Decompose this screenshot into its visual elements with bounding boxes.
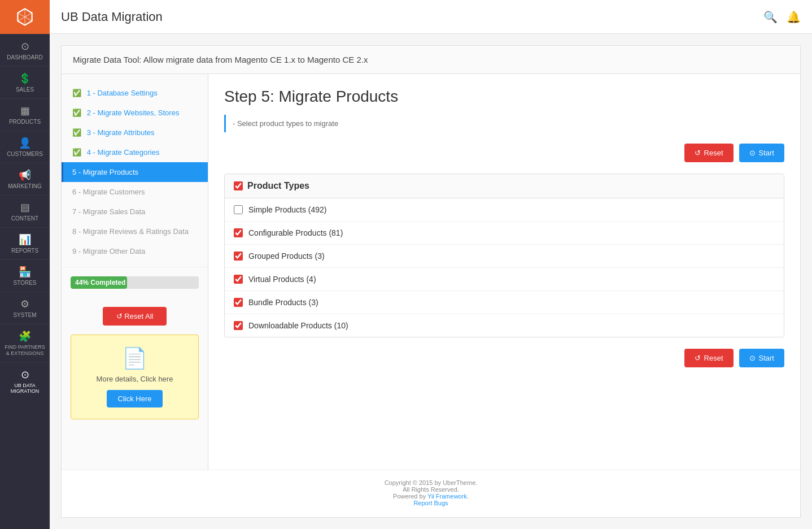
step-item-8[interactable]: 8 - Migrate Reviews & Ratings Data [62,222,208,241]
sidebar-item-label: PRODUCTS [9,119,41,125]
start-icon-bottom: ⊙ [749,354,756,362]
footer-report-bugs-link[interactable]: Report Bugs [413,500,448,506]
find-partners-icon: 🧩 [19,330,31,342]
product-type-row-simple: Simple Products (492) [225,198,784,222]
product-types-header: Product Types [225,174,784,198]
bundle-products-label: Bundle Products (3) [248,298,318,307]
marketing-icon: 📢 [19,169,31,181]
step-item-3[interactable]: ✅ 3 - Migrate Attributes [62,123,208,142]
product-types-header-label: Product Types [247,181,309,191]
step-item-5[interactable]: 5 - Migrate Products [62,162,208,182]
sidebar-logo[interactable] [0,0,50,34]
sidebar-item-sales[interactable]: 💲 SALES [0,66,50,98]
sidebar-item-label: CUSTOMERS [7,151,43,157]
sidebar: ⊙ DASHBOARD 💲 SALES ▦ PRODUCTS 👤 CUSTOME… [0,0,50,529]
more-details-box: 📄 More details, Click here Click Here [71,335,199,419]
downloadable-products-label: Downloadable Products (10) [248,321,348,330]
sidebar-item-content[interactable]: ▤ CONTENT [0,195,50,227]
sidebar-item-find-partners[interactable]: 🧩 FIND PARTNERS & EXTENSIONS [0,324,50,362]
step-item-9[interactable]: 9 - Migrate Other Data [62,241,208,261]
sidebar-item-dashboard[interactable]: ⊙ DASHBOARD [0,34,50,66]
step-item-7[interactable]: 7 - Migrate Sales Data [62,202,208,222]
simple-products-checkbox[interactable] [234,205,243,214]
page-header-text: Migrate Data Tool: Allow migrate data fr… [73,55,368,64]
step-item-2[interactable]: ✅ 2 - Migrate Websites, Stores [62,103,208,123]
products-icon: ▦ [20,105,30,117]
sidebar-item-label: SYSTEM [13,312,36,318]
footer-yii-link[interactable]: Yii Framework [427,493,467,500]
more-details-text: More details, Click here [80,375,189,383]
step-item-6[interactable]: 6 - Migrate Customers [62,182,208,202]
top-action-buttons: ↺ ↺ Reset Reset ⊙ Start [224,144,784,162]
product-types-master-checkbox[interactable] [234,181,243,190]
search-icon[interactable]: 🔍 [763,10,778,24]
step-label-1: 1 - Database Settings [87,89,158,97]
step-label-4: 4 - Migrate Categories [87,148,160,157]
product-types-box: Product Types Simple Products (492) Conf… [224,174,784,337]
grouped-products-checkbox[interactable] [234,252,243,261]
ub-data-migration-icon: ⊙ [21,368,29,381]
sidebar-item-label: MARKETING [8,183,41,189]
progress-bar: 44% Completed [71,276,199,289]
sidebar-item-label: REPORTS [11,248,38,254]
sidebar-item-label: DASHBOARD [7,54,42,60]
sales-icon: 💲 [19,72,31,85]
main-area: UB Data Migration 🔍 🔔 Migrate Data Tool:… [50,0,812,529]
reports-icon: 📊 [19,233,31,246]
customers-icon: 👤 [19,137,31,149]
step-description-text: - Select product types to migrate [233,119,338,128]
sidebar-item-marketing[interactable]: 📢 MARKETING [0,163,50,195]
stores-icon: 🏪 [19,266,31,278]
bell-icon[interactable]: 🔔 [787,10,801,24]
check-icon-1: ✅ [72,89,81,97]
system-icon: ⚙ [20,298,29,310]
sidebar-item-stores[interactable]: 🏪 STORES [0,259,50,292]
step-label-2: 2 - Migrate Websites, Stores [87,109,180,117]
page-title: UB Data Migration [61,10,163,24]
simple-products-label: Simple Products (492) [248,205,327,214]
step-label-6: 6 - Migrate Customers [72,188,145,196]
bundle-products-checkbox[interactable] [234,298,243,307]
product-type-row-configurable: Configurable Products (81) [225,222,784,245]
reset-icon-top: ↺ [695,149,701,157]
reset-button-top[interactable]: ↺ ↺ Reset Reset [684,144,734,162]
click-here-button[interactable]: Click Here [107,390,163,407]
step-label-9: 9 - Migrate Other Data [72,247,145,255]
reset-button-bottom[interactable]: ↺ Reset [684,349,734,367]
reset-icon-bottom: ↺ [695,354,701,362]
sidebar-item-reports[interactable]: 📊 REPORTS [0,227,50,259]
page-footer: Copyright © 2015 by UberTheme. All Right… [62,470,800,515]
product-type-row-grouped: Grouped Products (3) [225,245,784,268]
virtual-products-checkbox[interactable] [234,275,243,284]
bottom-action-buttons: ↺ Reset ⊙ Start [224,349,784,367]
step-label-3: 3 - Migrate Attributes [87,128,155,137]
product-type-row-bundle: Bundle Products (3) [225,291,784,314]
sidebar-item-label: UB DATA MIGRATION [2,383,47,395]
progress-section: 44% Completed [62,267,208,298]
document-icon: 📄 [80,346,189,370]
sidebar-item-customers[interactable]: 👤 CUSTOMERS [0,131,50,163]
sidebar-item-label: FIND PARTNERS & EXTENSIONS [2,344,47,357]
step-label-8: 8 - Migrate Reviews & Ratings Data [72,227,189,236]
grouped-products-label: Grouped Products (3) [248,252,325,261]
product-type-row-virtual: Virtual Products (4) [225,268,784,291]
step-item-4[interactable]: ✅ 4 - Migrate Categories [62,142,208,162]
sidebar-item-products[interactable]: ▦ PRODUCTS [0,98,50,131]
content-area: Migrate Data Tool: Allow migrate data fr… [50,34,812,529]
content-icon: ▤ [20,201,30,214]
sidebar-item-system[interactable]: ⚙ SYSTEM [0,292,50,324]
start-button-bottom[interactable]: ⊙ Start [739,349,784,367]
sidebar-item-ub-data-migration[interactable]: ⊙ UB DATA MIGRATION [0,362,50,401]
configurable-products-label: Configurable Products (81) [248,228,343,237]
page-body: ✅ 1 - Database Settings ✅ 2 - Migrate We… [62,74,800,470]
sidebar-item-label: STORES [14,280,37,286]
downloadable-products-checkbox[interactable] [234,321,243,330]
reset-all-button[interactable]: ↺ Reset All [103,307,167,326]
step-label-5: 5 - Migrate Products [72,168,138,176]
configurable-products-checkbox[interactable] [234,228,243,237]
virtual-products-label: Virtual Products (4) [248,275,316,284]
step-item-1[interactable]: ✅ 1 - Database Settings [62,83,208,103]
check-icon-2: ✅ [72,109,81,117]
start-button-top[interactable]: ⊙ Start [739,144,784,162]
check-icon-3: ✅ [72,128,81,137]
